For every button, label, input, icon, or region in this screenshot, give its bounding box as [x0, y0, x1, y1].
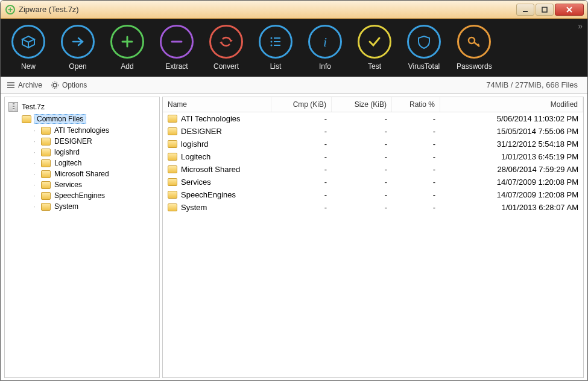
cell-size: - — [332, 126, 392, 136]
folder-icon — [168, 191, 177, 199]
cell-size: - — [332, 152, 392, 162]
list-row[interactable]: Logitech---1/01/2013 6:45:19 PM — [163, 150, 583, 163]
cell-name: System — [163, 202, 271, 213]
menu-archive[interactable]: Archive — [7, 81, 42, 89]
svg-rect-3 — [274, 37, 280, 39]
close-button[interactable] — [555, 4, 584, 16]
cell-modified: 14/07/2009 1:20:08 PM — [440, 190, 583, 200]
cell-ratio: - — [392, 190, 440, 200]
tree-root[interactable]: Test.7z — [8, 101, 156, 113]
tool-open-label: Open — [69, 62, 86, 71]
content-area: Test.7z Common Files ·ATI Technologies·D… — [1, 94, 587, 380]
tool-add[interactable]: Add — [110, 25, 144, 71]
cell-size: - — [332, 177, 392, 187]
cell-ratio: - — [392, 177, 440, 187]
folder-icon — [168, 115, 177, 123]
menu-options[interactable]: Options — [51, 81, 87, 89]
col-header-size[interactable]: Size (KiB) — [332, 97, 392, 112]
tree-level2: ·ATI Technologies·DESIGNER·logishrd·Logi… — [22, 125, 156, 212]
cell-size: - — [332, 190, 392, 200]
list-row[interactable]: logishrd---31/12/2012 5:54:18 PM — [163, 138, 583, 150]
titlebar[interactable]: + Zipware (Test.7z) — [1, 1, 587, 19]
folder-icon — [41, 159, 51, 167]
folder-icon — [41, 192, 51, 200]
tool-test[interactable]: Test — [358, 25, 391, 71]
tree-item[interactable]: ·Microsoft Shared — [34, 168, 156, 179]
col-header-cmp[interactable]: Cmp (KiB) — [271, 97, 332, 112]
cell-name: SpeechEngines — [163, 190, 271, 200]
folder-icon — [22, 115, 31, 123]
col-header-ratio[interactable]: Ratio % — [392, 97, 440, 112]
list-row[interactable]: System---1/01/2013 6:28:07 AM — [163, 201, 583, 214]
list-row[interactable]: Services---14/07/2009 1:20:08 PM — [163, 176, 583, 188]
cell-name: logishrd — [163, 139, 271, 149]
folder-icon — [168, 203, 177, 211]
cell-modified: 1/01/2013 6:45:19 PM — [440, 152, 583, 162]
tree-item[interactable]: ·Services — [34, 179, 156, 190]
tree-item-label: logishrd — [53, 148, 81, 156]
shield-icon — [407, 25, 441, 59]
cell-cmp: - — [271, 190, 332, 200]
tree-pane[interactable]: Test.7z Common Files ·ATI Technologies·D… — [4, 97, 160, 378]
close-icon — [565, 5, 574, 14]
tool-add-label: Add — [121, 62, 133, 71]
minimize-button[interactable] — [516, 4, 534, 16]
folder-icon — [41, 170, 51, 178]
cube-icon — [11, 25, 45, 59]
tree-item[interactable]: ·ATI Technologies — [34, 125, 156, 136]
folder-icon — [41, 127, 51, 135]
maximize-button[interactable] — [536, 4, 554, 16]
cell-modified: 28/06/2014 7:59:29 AM — [440, 164, 583, 174]
col-header-name[interactable]: Name — [163, 97, 271, 112]
tool-virustotal[interactable]: VirusTotal — [407, 25, 441, 71]
tree-level1: Common Files ·ATI Technologies·DESIGNER·… — [8, 113, 156, 212]
cell-cmp: - — [271, 202, 332, 213]
cell-ratio: - — [392, 202, 440, 213]
toolbar-overflow-icon[interactable]: » — [578, 21, 583, 31]
list-header: Name Cmp (KiB) Size (KiB) Ratio % Modifi… — [163, 97, 583, 112]
tool-info[interactable]: iInfo — [308, 25, 342, 71]
tool-extract[interactable]: Extract — [160, 25, 194, 71]
tree-selected-label: Common Files — [34, 114, 86, 124]
tool-list[interactable]: List — [259, 25, 292, 71]
tool-list-label: List — [270, 62, 282, 71]
tree-item-label: System — [53, 202, 80, 211]
cell-modified: 5/06/2014 11:03:02 PM — [440, 114, 583, 124]
tree-item[interactable]: ·SpeechEngines — [34, 190, 156, 201]
svg-point-9 — [469, 37, 475, 43]
tree-node-common-files[interactable]: Common Files — [22, 113, 156, 125]
svg-rect-5 — [274, 41, 280, 42]
list-row[interactable]: SpeechEngines---14/07/2009 1:20:08 PM — [163, 188, 583, 201]
minus-icon — [160, 25, 194, 59]
tool-convert[interactable]: Convert — [209, 25, 243, 71]
tool-new[interactable]: New — [11, 25, 45, 71]
list-row[interactable]: ATI Technologies---5/06/2014 11:03:02 PM — [163, 112, 583, 125]
window-title: Zipware (Test.7z) — [19, 5, 516, 14]
cycle-icon — [209, 25, 243, 59]
list-row[interactable]: Microsoft Shared---28/06/2014 7:59:29 AM — [163, 163, 583, 176]
tree-item[interactable]: ·DESIGNER — [34, 136, 156, 147]
svg-text:i: i — [323, 34, 327, 50]
cell-name: Logitech — [163, 152, 271, 162]
status-text: 74MiB / 277MiB, 668 Files — [486, 80, 581, 89]
tree-item[interactable]: ·System — [34, 201, 156, 212]
tool-passwords[interactable]: Passwords — [457, 25, 492, 71]
tree-item[interactable]: ·Logitech — [34, 158, 156, 168]
cell-ratio: - — [392, 114, 440, 124]
maximize-icon — [541, 6, 548, 13]
list-row[interactable]: DESIGNER---15/05/2014 7:55:06 PM — [163, 125, 583, 138]
tree-item[interactable]: ·logishrd — [34, 147, 156, 158]
cell-size: - — [332, 202, 392, 213]
window-controls — [516, 4, 584, 16]
cell-cmp: - — [271, 164, 332, 174]
svg-point-11 — [52, 82, 58, 88]
folder-icon — [168, 165, 177, 173]
cell-name: DESIGNER — [163, 126, 271, 136]
tool-open[interactable]: Open — [61, 25, 95, 71]
cell-modified: 15/05/2014 7:55:06 PM — [440, 126, 583, 136]
info-icon: i — [308, 25, 342, 59]
tree-item-label: SpeechEngines — [53, 191, 106, 200]
col-header-modified[interactable]: Modified — [440, 97, 583, 112]
cell-size: - — [332, 114, 392, 124]
list-body[interactable]: ATI Technologies---5/06/2014 11:03:02 PM… — [163, 112, 583, 377]
